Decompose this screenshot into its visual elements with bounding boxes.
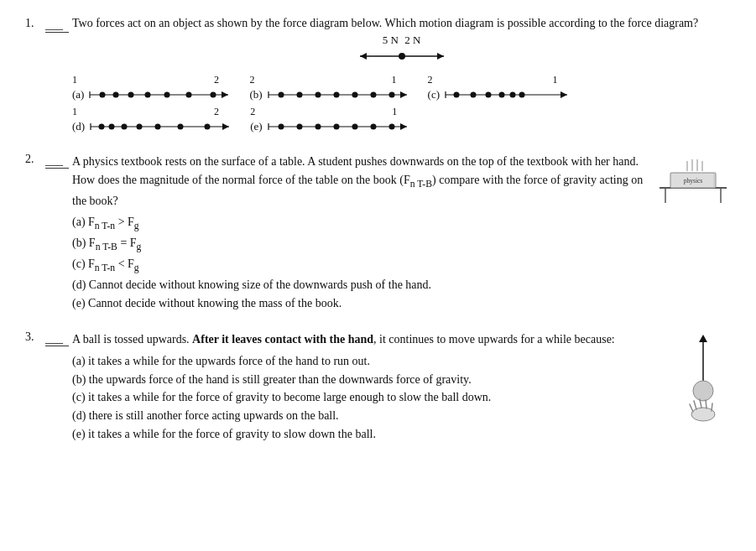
q3-blank: ___ (45, 332, 69, 346)
svg-point-51 (352, 124, 357, 130)
q1-blank: ___ (45, 18, 69, 33)
q3-option-c: (c) it takes a while for the force of gr… (72, 388, 665, 407)
svg-point-11 (145, 92, 151, 98)
force-arrows: 5 N 2 N (383, 34, 421, 47)
q1-number: 1. (25, 17, 42, 30)
svg-point-13 (186, 92, 192, 98)
svg-point-14 (211, 92, 216, 98)
svg-point-47 (278, 124, 284, 130)
diagram-e: 2 1 (e) (250, 106, 410, 134)
svg-marker-36 (222, 123, 229, 130)
svg-point-53 (388, 124, 394, 130)
svg-point-49 (315, 124, 321, 130)
svg-point-50 (333, 124, 339, 130)
q2-options: (a) Fn T-n > Fg (b) Fn T-B = Fg (c) Fn T… (72, 213, 644, 312)
svg-point-41 (155, 124, 161, 130)
svg-point-39 (122, 124, 128, 130)
q3-illustration (676, 330, 731, 434)
svg-marker-65 (699, 335, 707, 342)
svg-point-19 (296, 92, 302, 98)
svg-point-29 (471, 92, 477, 98)
svg-point-8 (100, 92, 106, 98)
svg-marker-1 (360, 53, 367, 60)
q3-options: (a) it takes a while for the upwards for… (72, 352, 665, 443)
diagram-d: 1 2 (d) (72, 106, 233, 134)
svg-point-22 (352, 92, 357, 98)
svg-point-66 (693, 381, 713, 401)
svg-point-31 (499, 92, 505, 98)
question-2: 2. ___ A physics textbook rests on the s… (25, 153, 731, 312)
q2-option-e: (e) Cannot decide without knowing the ma… (72, 294, 644, 313)
svg-point-24 (388, 92, 394, 98)
q2-content: A physics textbook rests on the surface … (72, 153, 644, 312)
force-left-label2: 2 N (404, 34, 420, 47)
svg-point-20 (315, 92, 321, 98)
diagram-b: 2 1 (b) (249, 74, 410, 102)
svg-point-23 (370, 92, 376, 98)
svg-point-30 (486, 92, 492, 98)
question-1: 1. ___ Two forces act on an object as sh… (25, 17, 731, 134)
force-left-label: 5 N (383, 34, 399, 47)
svg-marker-46 (400, 123, 407, 130)
q3-option-b: (b) the upwards force of the hand is sti… (72, 371, 665, 389)
svg-point-38 (109, 124, 115, 130)
q3-option-a: (a) it takes a while for the upwards for… (72, 352, 665, 371)
svg-point-40 (137, 124, 143, 130)
svg-text:physics: physics (684, 177, 703, 185)
svg-point-42 (178, 124, 184, 130)
svg-line-69 (694, 401, 696, 409)
book-table-svg: physics (655, 153, 731, 207)
question-3: 3. ___ A ball is tossed upwards. After i… (25, 330, 731, 443)
q3-text: A ball is tossed upwards. After it leave… (72, 330, 665, 349)
svg-point-32 (510, 92, 516, 98)
q1-text: Two forces act on an object as shown by … (72, 17, 698, 29)
svg-line-71 (706, 400, 706, 408)
q2-option-d: (d) Cannot decide without knowing size o… (72, 276, 644, 294)
svg-point-10 (128, 92, 134, 98)
svg-marker-17 (400, 91, 407, 98)
q3-option-e: (e) it takes a while for the force of gr… (72, 425, 665, 444)
svg-point-21 (333, 92, 339, 98)
svg-marker-4 (437, 53, 444, 60)
diagram-c: 2 1 (c) (428, 74, 571, 102)
svg-line-72 (712, 403, 712, 411)
ball-toss-svg (676, 330, 731, 431)
force-diagram: 5 N 2 N (72, 34, 731, 65)
svg-point-9 (113, 92, 119, 98)
svg-point-52 (370, 124, 376, 130)
q3-option-d: (d) there is still another force acting … (72, 407, 665, 425)
svg-point-12 (164, 92, 170, 98)
svg-point-37 (99, 124, 105, 130)
q2-text: A physics textbook rests on the surface … (72, 153, 644, 210)
q3-content: A ball is tossed upwards. After it leave… (72, 330, 665, 443)
svg-point-48 (296, 124, 302, 130)
svg-line-68 (690, 404, 693, 412)
q2-illustration: physics (655, 153, 731, 211)
svg-point-18 (278, 92, 284, 98)
svg-point-43 (205, 124, 211, 130)
q3-number: 3. (25, 330, 42, 344)
svg-marker-7 (222, 91, 228, 98)
diagram-a: 1 2 (a) (72, 74, 232, 102)
q2-blank: ___ (45, 154, 69, 169)
q2-number: 2. (25, 153, 42, 166)
svg-point-28 (454, 92, 460, 98)
force-arrow-svg (352, 47, 452, 65)
svg-point-33 (519, 92, 525, 98)
svg-marker-27 (560, 91, 567, 98)
